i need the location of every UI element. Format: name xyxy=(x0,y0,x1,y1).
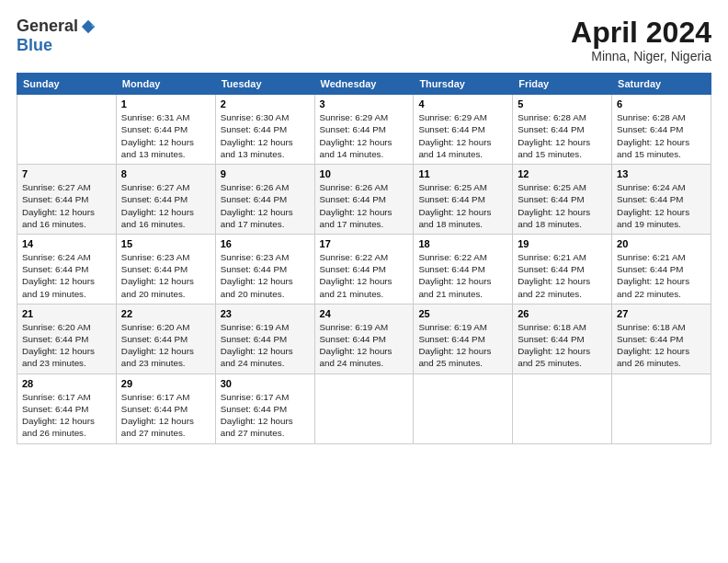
day-cell: 4Sunrise: 6:29 AM Sunset: 6:44 PM Daylig… xyxy=(414,95,513,165)
day-number: 4 xyxy=(418,98,507,109)
day-cell: 16Sunrise: 6:23 AM Sunset: 6:44 PM Dayli… xyxy=(215,234,314,304)
title-block: April 2024 Minna, Niger, Nigeria xyxy=(571,17,711,63)
day-number: 22 xyxy=(121,308,210,319)
day-number: 2 xyxy=(221,98,310,109)
day-number: 27 xyxy=(617,308,706,319)
week-row-4: 28Sunrise: 6:17 AM Sunset: 6:44 PM Dayli… xyxy=(17,373,711,443)
day-info: Sunrise: 6:21 AM Sunset: 6:44 PM Dayligh… xyxy=(518,251,607,300)
header-cell-saturday: Saturday xyxy=(612,74,711,95)
day-number: 24 xyxy=(320,308,409,319)
page: General Blue April 2024 Minna, Niger, Ni… xyxy=(0,0,728,563)
day-number: 20 xyxy=(617,238,706,249)
day-number: 13 xyxy=(617,168,706,179)
logo-general-text: General xyxy=(17,17,78,36)
day-number: 12 xyxy=(518,168,607,179)
day-info: Sunrise: 6:26 AM Sunset: 6:44 PM Dayligh… xyxy=(221,181,310,230)
location: Minna, Niger, Nigeria xyxy=(571,49,711,63)
day-cell: 8Sunrise: 6:27 AM Sunset: 6:44 PM Daylig… xyxy=(116,165,215,235)
day-cell: 1Sunrise: 6:31 AM Sunset: 6:44 PM Daylig… xyxy=(116,95,215,165)
day-info: Sunrise: 6:25 AM Sunset: 6:44 PM Dayligh… xyxy=(418,181,507,230)
day-info: Sunrise: 6:19 AM Sunset: 6:44 PM Dayligh… xyxy=(320,321,409,370)
calendar-table: SundayMondayTuesdayWednesdayThursdayFrid… xyxy=(17,73,711,443)
day-info: Sunrise: 6:22 AM Sunset: 6:44 PM Dayligh… xyxy=(320,251,409,300)
day-number: 8 xyxy=(121,168,210,179)
day-number: 3 xyxy=(320,98,409,109)
day-info: Sunrise: 6:25 AM Sunset: 6:44 PM Dayligh… xyxy=(518,181,607,230)
day-info: Sunrise: 6:30 AM Sunset: 6:44 PM Dayligh… xyxy=(221,111,310,160)
day-number: 29 xyxy=(121,378,210,389)
day-cell: 21Sunrise: 6:20 AM Sunset: 6:44 PM Dayli… xyxy=(17,304,117,373)
header-cell-monday: Monday xyxy=(116,74,215,95)
day-info: Sunrise: 6:23 AM Sunset: 6:44 PM Dayligh… xyxy=(221,251,310,300)
day-number: 6 xyxy=(617,98,706,109)
day-number: 15 xyxy=(121,238,210,249)
day-info: Sunrise: 6:18 AM Sunset: 6:44 PM Dayligh… xyxy=(617,321,706,370)
day-number: 23 xyxy=(221,308,310,319)
day-cell: 2Sunrise: 6:30 AM Sunset: 6:44 PM Daylig… xyxy=(215,95,314,165)
calendar-header-row: SundayMondayTuesdayWednesdayThursdayFrid… xyxy=(17,74,711,95)
day-info: Sunrise: 6:24 AM Sunset: 6:44 PM Dayligh… xyxy=(617,181,706,230)
day-info: Sunrise: 6:17 AM Sunset: 6:44 PM Dayligh… xyxy=(221,391,310,440)
day-cell: 28Sunrise: 6:17 AM Sunset: 6:44 PM Dayli… xyxy=(17,373,117,443)
day-cell: 13Sunrise: 6:24 AM Sunset: 6:44 PM Dayli… xyxy=(612,165,711,235)
day-info: Sunrise: 6:17 AM Sunset: 6:44 PM Dayligh… xyxy=(121,391,210,440)
day-info: Sunrise: 6:31 AM Sunset: 6:44 PM Dayligh… xyxy=(121,111,210,160)
day-cell: 26Sunrise: 6:18 AM Sunset: 6:44 PM Dayli… xyxy=(513,304,612,373)
day-cell: 20Sunrise: 6:21 AM Sunset: 6:44 PM Dayli… xyxy=(612,234,711,304)
day-number: 25 xyxy=(418,308,507,319)
day-number: 7 xyxy=(22,168,111,179)
day-info: Sunrise: 6:18 AM Sunset: 6:44 PM Dayligh… xyxy=(518,321,607,370)
day-info: Sunrise: 6:19 AM Sunset: 6:44 PM Dayligh… xyxy=(221,321,310,370)
day-number: 26 xyxy=(518,308,607,319)
week-row-0: 1Sunrise: 6:31 AM Sunset: 6:44 PM Daylig… xyxy=(17,95,711,165)
day-cell xyxy=(612,373,711,443)
day-number: 1 xyxy=(121,98,210,109)
header-cell-thursday: Thursday xyxy=(414,74,513,95)
day-cell: 12Sunrise: 6:25 AM Sunset: 6:44 PM Dayli… xyxy=(513,165,612,235)
day-number: 28 xyxy=(22,378,111,389)
logo-icon xyxy=(80,18,97,35)
day-number: 5 xyxy=(518,98,607,109)
day-cell: 5Sunrise: 6:28 AM Sunset: 6:44 PM Daylig… xyxy=(513,95,612,165)
logo-blue-text: Blue xyxy=(17,36,52,55)
day-cell: 3Sunrise: 6:29 AM Sunset: 6:44 PM Daylig… xyxy=(314,95,414,165)
day-info: Sunrise: 6:23 AM Sunset: 6:44 PM Dayligh… xyxy=(121,251,210,300)
week-row-1: 7Sunrise: 6:27 AM Sunset: 6:44 PM Daylig… xyxy=(17,165,711,235)
day-info: Sunrise: 6:27 AM Sunset: 6:44 PM Dayligh… xyxy=(121,181,210,230)
week-row-2: 14Sunrise: 6:24 AM Sunset: 6:44 PM Dayli… xyxy=(17,234,711,304)
day-number: 16 xyxy=(221,238,310,249)
day-info: Sunrise: 6:27 AM Sunset: 6:44 PM Dayligh… xyxy=(22,181,111,230)
day-info: Sunrise: 6:26 AM Sunset: 6:44 PM Dayligh… xyxy=(320,181,409,230)
day-cell: 30Sunrise: 6:17 AM Sunset: 6:44 PM Dayli… xyxy=(215,373,314,443)
day-info: Sunrise: 6:20 AM Sunset: 6:44 PM Dayligh… xyxy=(121,321,210,370)
day-number: 9 xyxy=(221,168,310,179)
day-cell: 11Sunrise: 6:25 AM Sunset: 6:44 PM Dayli… xyxy=(414,165,513,235)
day-cell: 9Sunrise: 6:26 AM Sunset: 6:44 PM Daylig… xyxy=(215,165,314,235)
day-number: 19 xyxy=(518,238,607,249)
day-number: 14 xyxy=(22,238,111,249)
week-row-3: 21Sunrise: 6:20 AM Sunset: 6:44 PM Dayli… xyxy=(17,304,711,373)
day-cell: 14Sunrise: 6:24 AM Sunset: 6:44 PM Dayli… xyxy=(17,234,117,304)
day-cell: 22Sunrise: 6:20 AM Sunset: 6:44 PM Dayli… xyxy=(116,304,215,373)
day-cell xyxy=(314,373,414,443)
day-number: 10 xyxy=(320,168,409,179)
logo: General Blue xyxy=(17,17,97,55)
day-cell: 25Sunrise: 6:19 AM Sunset: 6:44 PM Dayli… xyxy=(414,304,513,373)
day-number: 18 xyxy=(418,238,507,249)
header-cell-friday: Friday xyxy=(513,74,612,95)
day-info: Sunrise: 6:24 AM Sunset: 6:44 PM Dayligh… xyxy=(22,251,111,300)
day-cell: 10Sunrise: 6:26 AM Sunset: 6:44 PM Dayli… xyxy=(314,165,414,235)
day-info: Sunrise: 6:28 AM Sunset: 6:44 PM Dayligh… xyxy=(617,111,706,160)
day-cell: 18Sunrise: 6:22 AM Sunset: 6:44 PM Dayli… xyxy=(414,234,513,304)
day-cell: 19Sunrise: 6:21 AM Sunset: 6:44 PM Dayli… xyxy=(513,234,612,304)
day-info: Sunrise: 6:20 AM Sunset: 6:44 PM Dayligh… xyxy=(22,321,111,370)
day-info: Sunrise: 6:29 AM Sunset: 6:44 PM Dayligh… xyxy=(320,111,409,160)
day-info: Sunrise: 6:21 AM Sunset: 6:44 PM Dayligh… xyxy=(617,251,706,300)
day-info: Sunrise: 6:29 AM Sunset: 6:44 PM Dayligh… xyxy=(418,111,507,160)
header-cell-sunday: Sunday xyxy=(17,74,117,95)
day-info: Sunrise: 6:28 AM Sunset: 6:44 PM Dayligh… xyxy=(518,111,607,160)
day-cell: 24Sunrise: 6:19 AM Sunset: 6:44 PM Dayli… xyxy=(314,304,414,373)
header-cell-wednesday: Wednesday xyxy=(314,74,414,95)
day-cell xyxy=(17,95,117,165)
calendar-body: 1Sunrise: 6:31 AM Sunset: 6:44 PM Daylig… xyxy=(17,95,711,443)
